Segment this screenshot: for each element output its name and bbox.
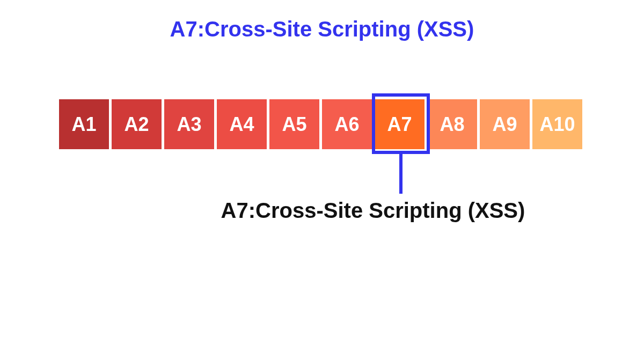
box-a5: A5 [269, 99, 319, 149]
box-a6: A6 [322, 99, 372, 149]
box-a2: A2 [112, 99, 162, 149]
box-a1: A1 [59, 99, 109, 149]
box-a8: A8 [427, 99, 477, 149]
severity-boxes-row: A1 A2 A3 A4 A5 A6 A7 A8 A9 A10 [59, 99, 582, 149]
box-a10: A10 [532, 99, 582, 149]
box-a9: A9 [480, 99, 530, 149]
box-a3: A3 [164, 99, 214, 149]
highlight-frame [372, 93, 430, 154]
diagram-subtitle: A7:Cross-Site Scripting (XSS) [0, 199, 644, 223]
box-a4: A4 [217, 99, 267, 149]
diagram-title: A7:Cross-Site Scripting (XSS) [0, 17, 644, 41]
connector-line [399, 153, 402, 194]
